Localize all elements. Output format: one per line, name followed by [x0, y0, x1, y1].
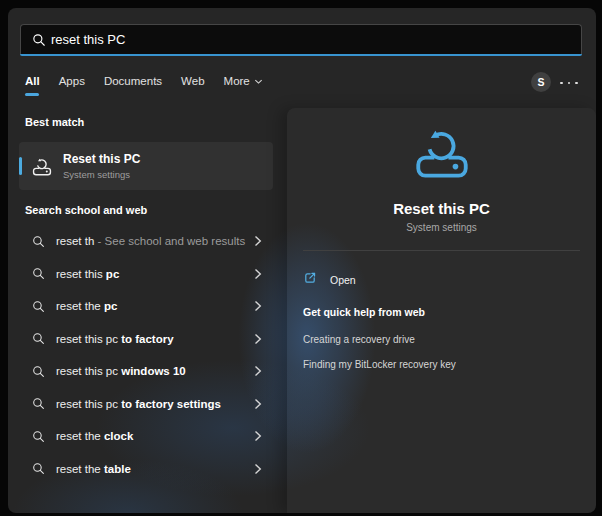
chevron-right-icon — [254, 300, 262, 312]
search-icon — [32, 267, 45, 280]
reset-pc-icon-large — [411, 123, 473, 186]
suggestion-row[interactable]: reset the pc — [20, 290, 278, 323]
suggestion-row[interactable]: reset this pc — [20, 258, 278, 291]
tab-web[interactable]: Web — [181, 75, 204, 96]
help-heading: Get quick help from web — [303, 306, 425, 318]
reset-pc-icon — [31, 156, 53, 177]
tab-apps[interactable]: Apps — [59, 75, 85, 96]
search-icon — [32, 462, 45, 475]
help-link[interactable]: Finding my BitLocker recovery key — [303, 359, 456, 370]
chevron-right-icon — [254, 235, 262, 247]
open-label: Open — [330, 274, 356, 286]
search-icon — [32, 300, 45, 313]
search-query-text: reset this PC — [51, 32, 125, 47]
search-icon — [32, 235, 45, 248]
help-link[interactable]: Creating a recovery drive — [303, 334, 415, 345]
chevron-right-icon — [254, 268, 262, 280]
chevron-right-icon — [254, 333, 262, 345]
filter-tabs: All Apps Documents Web More — [25, 75, 263, 96]
search-input[interactable]: reset this PC — [20, 24, 582, 54]
open-action[interactable]: Open — [303, 271, 356, 289]
suggestion-row[interactable]: reset this pc to factory — [20, 323, 278, 356]
search-icon — [32, 33, 46, 47]
suggestion-row[interactable]: reset this pc windows 10 — [20, 355, 278, 388]
suggestion-row[interactable]: reset the table — [20, 453, 278, 486]
best-match-subtitle: System settings — [63, 169, 140, 180]
search-icon — [32, 430, 45, 443]
preview-subtitle: System settings — [287, 222, 596, 233]
suggestion-row[interactable]: reset th - See school and web results — [20, 225, 278, 258]
best-match-item[interactable]: Reset this PC System settings — [19, 142, 273, 190]
chevron-down-icon — [254, 75, 263, 87]
suggestion-list: reset th - See school and web results re… — [20, 225, 278, 485]
chevron-right-icon — [254, 365, 262, 377]
avatar[interactable]: S — [531, 72, 551, 92]
chevron-right-icon — [254, 430, 262, 442]
preview-panel: Reset this PC System settings Open Get q… — [287, 108, 596, 513]
best-match-heading: Best match — [25, 116, 84, 128]
chevron-right-icon — [254, 398, 262, 410]
tab-more[interactable]: More — [224, 75, 263, 96]
more-options-button[interactable] — [556, 79, 582, 87]
chevron-right-icon — [254, 463, 262, 475]
open-icon — [303, 271, 317, 289]
preview-title: Reset this PC — [287, 200, 596, 217]
suggestion-row[interactable]: reset the clock — [20, 420, 278, 453]
suggestion-row[interactable]: reset this pc to factory settings — [20, 388, 278, 421]
selection-accent-bar — [19, 157, 22, 175]
divider — [303, 250, 580, 251]
tab-documents[interactable]: Documents — [104, 75, 162, 96]
web-results-heading: Search school and web — [25, 204, 147, 216]
search-accent-underline — [20, 54, 582, 56]
search-icon — [32, 365, 45, 378]
search-icon — [32, 332, 45, 345]
search-flyout: reset this PC All Apps Documents Web Mor… — [8, 8, 596, 513]
best-match-title: Reset this PC — [63, 152, 140, 166]
search-icon — [32, 397, 45, 410]
tab-all[interactable]: All — [25, 75, 40, 96]
